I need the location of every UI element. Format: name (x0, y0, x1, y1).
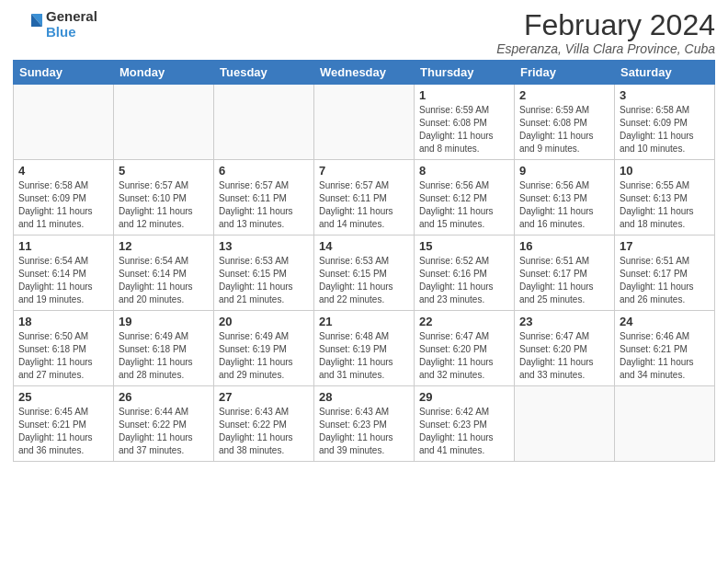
table-row: 15Sunrise: 6:52 AM Sunset: 6:16 PM Dayli… (415, 236, 515, 311)
day-info: Sunrise: 6:57 AM Sunset: 6:11 PM Dayligh… (319, 179, 409, 231)
table-row: 18Sunrise: 6:50 AM Sunset: 6:18 PM Dayli… (14, 311, 114, 386)
day-info: Sunrise: 6:42 AM Sunset: 6:23 PM Dayligh… (419, 406, 509, 457)
day-number: 26 (119, 390, 209, 404)
table-row: 1Sunrise: 6:59 AM Sunset: 6:08 PM Daylig… (415, 85, 515, 160)
table-row: 14Sunrise: 6:53 AM Sunset: 6:15 PM Dayli… (314, 236, 415, 311)
day-number: 24 (620, 315, 710, 328)
day-number: 9 (519, 164, 609, 178)
table-row: 24Sunrise: 6:46 AM Sunset: 6:21 PM Dayli… (615, 311, 715, 386)
day-info: Sunrise: 6:53 AM Sunset: 6:15 PM Dayligh… (319, 255, 409, 306)
day-info: Sunrise: 6:55 AM Sunset: 6:13 PM Dayligh… (620, 179, 710, 231)
day-number: 1 (419, 88, 509, 102)
calendar-week-row: 11Sunrise: 6:54 AM Sunset: 6:14 PM Dayli… (14, 236, 715, 311)
day-number: 12 (119, 239, 209, 253)
table-row (615, 386, 715, 462)
table-row: 13Sunrise: 6:53 AM Sunset: 6:15 PM Dayli… (214, 236, 314, 311)
table-row (214, 85, 314, 160)
day-info: Sunrise: 6:59 AM Sunset: 6:08 PM Dayligh… (519, 104, 609, 155)
day-info: Sunrise: 6:54 AM Sunset: 6:14 PM Dayligh… (119, 255, 209, 306)
calendar-week-row: 4Sunrise: 6:58 AM Sunset: 6:09 PM Daylig… (14, 160, 715, 236)
subtitle: Esperanza, Villa Clara Province, Cuba (496, 41, 715, 56)
table-row (515, 386, 615, 462)
day-info: Sunrise: 6:56 AM Sunset: 6:13 PM Dayligh… (519, 179, 609, 231)
col-thursday: Thursday (415, 61, 515, 85)
day-info: Sunrise: 6:50 AM Sunset: 6:18 PM Dayligh… (18, 330, 108, 382)
table-row: 16Sunrise: 6:51 AM Sunset: 6:17 PM Dayli… (515, 236, 615, 311)
day-number: 18 (18, 315, 108, 328)
table-row: 25Sunrise: 6:45 AM Sunset: 6:21 PM Dayli… (14, 386, 114, 462)
day-info: Sunrise: 6:59 AM Sunset: 6:08 PM Dayligh… (419, 104, 509, 155)
day-info: Sunrise: 6:53 AM Sunset: 6:15 PM Dayligh… (219, 255, 309, 306)
header: General Blue February 2024 Esperanza, Vi… (13, 9, 715, 56)
table-row: 9Sunrise: 6:56 AM Sunset: 6:13 PM Daylig… (515, 160, 615, 236)
col-monday: Monday (114, 61, 214, 85)
day-number: 28 (319, 390, 409, 404)
day-info: Sunrise: 6:49 AM Sunset: 6:18 PM Dayligh… (119, 330, 209, 382)
day-number: 29 (419, 390, 509, 404)
calendar-week-row: 18Sunrise: 6:50 AM Sunset: 6:18 PM Dayli… (14, 311, 715, 386)
calendar-week-row: 1Sunrise: 6:59 AM Sunset: 6:08 PM Daylig… (14, 85, 715, 160)
table-row: 2Sunrise: 6:59 AM Sunset: 6:08 PM Daylig… (515, 85, 615, 160)
table-row: 10Sunrise: 6:55 AM Sunset: 6:13 PM Dayli… (615, 160, 715, 236)
col-tuesday: Tuesday (214, 61, 314, 85)
day-info: Sunrise: 6:54 AM Sunset: 6:14 PM Dayligh… (18, 255, 108, 306)
day-number: 10 (620, 164, 710, 178)
day-number: 21 (319, 315, 409, 328)
day-number: 20 (219, 315, 309, 328)
table-row: 12Sunrise: 6:54 AM Sunset: 6:14 PM Dayli… (114, 236, 214, 311)
day-number: 4 (18, 164, 108, 178)
day-info: Sunrise: 6:57 AM Sunset: 6:11 PM Dayligh… (219, 179, 309, 231)
day-number: 8 (419, 164, 509, 178)
table-row: 6Sunrise: 6:57 AM Sunset: 6:11 PM Daylig… (214, 160, 314, 236)
table-row: 4Sunrise: 6:58 AM Sunset: 6:09 PM Daylig… (14, 160, 114, 236)
logo-icon (13, 10, 42, 40)
day-number: 2 (519, 88, 609, 102)
day-number: 14 (319, 239, 409, 253)
day-number: 22 (419, 315, 509, 328)
day-info: Sunrise: 6:56 AM Sunset: 6:12 PM Dayligh… (419, 179, 509, 231)
calendar-header-row: Sunday Monday Tuesday Wednesday Thursday… (14, 61, 715, 85)
day-info: Sunrise: 6:46 AM Sunset: 6:21 PM Dayligh… (620, 330, 710, 382)
day-number: 11 (18, 239, 108, 253)
day-number: 13 (219, 239, 309, 253)
day-number: 6 (219, 164, 309, 178)
day-info: Sunrise: 6:51 AM Sunset: 6:17 PM Dayligh… (620, 255, 710, 306)
col-sunday: Sunday (14, 61, 114, 85)
col-wednesday: Wednesday (314, 61, 415, 85)
logo-text: General Blue (46, 9, 97, 40)
col-saturday: Saturday (615, 61, 715, 85)
table-row: 28Sunrise: 6:43 AM Sunset: 6:23 PM Dayli… (314, 386, 415, 462)
day-info: Sunrise: 6:48 AM Sunset: 6:19 PM Dayligh… (319, 330, 409, 382)
day-info: Sunrise: 6:43 AM Sunset: 6:23 PM Dayligh… (319, 406, 409, 457)
table-row: 8Sunrise: 6:56 AM Sunset: 6:12 PM Daylig… (415, 160, 515, 236)
calendar-week-row: 25Sunrise: 6:45 AM Sunset: 6:21 PM Dayli… (14, 386, 715, 462)
logo: General Blue (13, 9, 97, 40)
day-info: Sunrise: 6:51 AM Sunset: 6:17 PM Dayligh… (519, 255, 609, 306)
day-number: 3 (620, 88, 710, 102)
day-info: Sunrise: 6:57 AM Sunset: 6:10 PM Dayligh… (119, 179, 209, 231)
page: General Blue February 2024 Esperanza, Vi… (0, 0, 728, 563)
day-info: Sunrise: 6:47 AM Sunset: 6:20 PM Dayligh… (519, 330, 609, 382)
table-row: 11Sunrise: 6:54 AM Sunset: 6:14 PM Dayli… (14, 236, 114, 311)
day-info: Sunrise: 6:47 AM Sunset: 6:20 PM Dayligh… (419, 330, 509, 382)
table-row: 20Sunrise: 6:49 AM Sunset: 6:19 PM Dayli… (214, 311, 314, 386)
day-number: 17 (620, 239, 710, 253)
col-friday: Friday (515, 61, 615, 85)
day-info: Sunrise: 6:52 AM Sunset: 6:16 PM Dayligh… (419, 255, 509, 306)
table-row: 21Sunrise: 6:48 AM Sunset: 6:19 PM Dayli… (314, 311, 415, 386)
day-number: 23 (519, 315, 609, 328)
day-info: Sunrise: 6:45 AM Sunset: 6:21 PM Dayligh… (18, 406, 108, 457)
table-row: 23Sunrise: 6:47 AM Sunset: 6:20 PM Dayli… (515, 311, 615, 386)
day-number: 27 (219, 390, 309, 404)
day-number: 7 (319, 164, 409, 178)
calendar: Sunday Monday Tuesday Wednesday Thursday… (13, 60, 715, 462)
day-number: 16 (519, 239, 609, 253)
table-row: 3Sunrise: 6:58 AM Sunset: 6:09 PM Daylig… (615, 85, 715, 160)
table-row: 7Sunrise: 6:57 AM Sunset: 6:11 PM Daylig… (314, 160, 415, 236)
day-number: 19 (119, 315, 209, 328)
title-block: February 2024 Esperanza, Villa Clara Pro… (496, 9, 715, 56)
logo-general: General (46, 9, 97, 25)
day-info: Sunrise: 6:44 AM Sunset: 6:22 PM Dayligh… (119, 406, 209, 457)
table-row: 5Sunrise: 6:57 AM Sunset: 6:10 PM Daylig… (114, 160, 214, 236)
table-row (114, 85, 214, 160)
